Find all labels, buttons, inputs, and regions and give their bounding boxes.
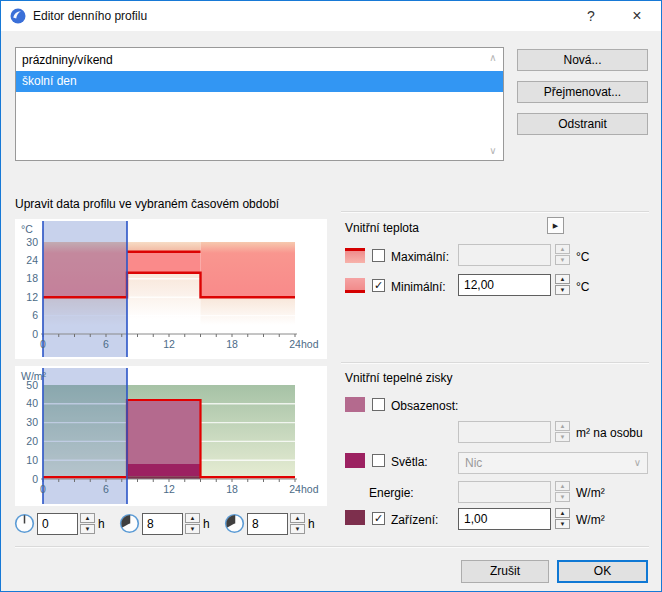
max-temperature-swatch xyxy=(345,248,365,263)
scroll-down-icon[interactable]: ∨ xyxy=(486,145,500,156)
svg-text:12: 12 xyxy=(26,291,38,303)
profile-listbox[interactable]: prázdniny/víkend školní den ∧ ∨ xyxy=(15,47,504,161)
time-start-unit: h xyxy=(98,517,105,531)
min-temperature-input[interactable] xyxy=(458,274,551,296)
divider xyxy=(341,211,649,213)
svg-text:10: 10 xyxy=(26,454,38,466)
spin-up-icon[interactable]: ▲ xyxy=(555,274,570,284)
clock-icon xyxy=(224,513,245,534)
footer-divider xyxy=(15,546,649,548)
heat-gains-profile-chart[interactable]: 06121824hod01020304050W/m² xyxy=(15,366,327,506)
svg-text:18: 18 xyxy=(26,272,38,284)
flyout-arrow-icon[interactable]: ▶ xyxy=(547,217,564,234)
close-icon[interactable]: × xyxy=(617,1,657,31)
temperature-title: Vnitřní teplota xyxy=(345,221,419,235)
time-start-input[interactable] xyxy=(37,513,78,535)
lights-checkbox[interactable] xyxy=(372,454,385,467)
svg-text:°C: °C xyxy=(21,223,33,235)
spin-up-icon[interactable]: ▲ xyxy=(555,508,570,518)
equipment-stepper[interactable]: ▲ ▼ xyxy=(555,508,570,530)
occupancy-label: Obsazenost: xyxy=(391,399,458,413)
max-temperature-checkbox[interactable] xyxy=(372,249,385,262)
app-logo-icon xyxy=(10,8,26,24)
temperature-profile-chart[interactable]: 06121824hod0612182430°C xyxy=(15,219,327,359)
rename-button[interactable]: Přejmenovat... xyxy=(517,81,648,103)
clock-icon xyxy=(119,513,140,534)
spin-up-icon[interactable]: ▲ xyxy=(555,481,570,491)
min-temperature-stepper[interactable]: ▲ ▼ xyxy=(555,274,570,296)
spin-down-icon[interactable]: ▼ xyxy=(185,524,200,534)
scroll-up-icon[interactable]: ∧ xyxy=(486,52,500,63)
spin-down-icon[interactable]: ▼ xyxy=(555,432,570,442)
svg-text:0: 0 xyxy=(32,328,38,340)
list-item-selected[interactable]: školní den xyxy=(16,71,503,92)
occupancy-checkbox[interactable] xyxy=(372,398,385,411)
titlebar[interactable]: Editor denního profilu ? × xyxy=(1,1,661,31)
time-duration-unit: h xyxy=(308,517,315,531)
min-temperature-label: Minimální: xyxy=(391,280,446,294)
help-icon[interactable]: ? xyxy=(571,1,611,31)
max-temperature-unit: °C xyxy=(576,250,589,264)
occupancy-swatch xyxy=(345,397,365,412)
spin-up-icon[interactable]: ▲ xyxy=(80,513,95,523)
section-label: Upravit data profilu ve vybraném časovém… xyxy=(15,197,279,211)
max-temperature-stepper[interactable]: ▲ ▼ xyxy=(555,244,570,266)
svg-text:30: 30 xyxy=(26,236,38,248)
time-start-stepper[interactable]: ▲ ▼ xyxy=(80,513,95,535)
svg-text:6: 6 xyxy=(103,338,109,350)
spin-up-icon[interactable]: ▲ xyxy=(555,421,570,431)
chevron-down-icon: ∨ xyxy=(634,453,641,473)
spin-up-icon[interactable]: ▲ xyxy=(185,513,200,523)
spin-down-icon[interactable]: ▼ xyxy=(80,524,95,534)
spin-down-icon[interactable]: ▼ xyxy=(555,285,570,295)
equipment-swatch xyxy=(345,510,365,525)
energy-stepper[interactable]: ▲ ▼ xyxy=(555,481,570,503)
spin-down-icon[interactable]: ▼ xyxy=(555,255,570,265)
max-temperature-label: Maximální: xyxy=(391,250,449,264)
svg-text:30: 30 xyxy=(26,416,38,428)
occupancy-input[interactable] xyxy=(458,421,551,443)
spin-down-icon[interactable]: ▼ xyxy=(290,524,305,534)
svg-text:hod: hod xyxy=(301,338,319,350)
ok-button[interactable]: OK xyxy=(557,560,648,583)
spin-down-icon[interactable]: ▼ xyxy=(555,492,570,502)
time-duration-stepper[interactable]: ▲ ▼ xyxy=(290,513,305,535)
time-duration-input[interactable] xyxy=(247,513,288,535)
energy-unit: W/m² xyxy=(576,486,605,500)
daily-profile-editor-dialog: Editor denního profilu ? × prázdniny/vík… xyxy=(0,0,662,592)
svg-text:24: 24 xyxy=(289,338,301,350)
svg-text:0: 0 xyxy=(40,483,46,495)
delete-button[interactable]: Odstranit xyxy=(517,113,648,135)
equipment-unit: W/m² xyxy=(576,513,605,527)
occupancy-stepper[interactable]: ▲ ▼ xyxy=(555,421,570,443)
svg-text:0: 0 xyxy=(32,473,38,485)
min-temperature-checkbox[interactable]: ✓ xyxy=(372,279,385,292)
svg-text:12: 12 xyxy=(163,483,175,495)
equipment-checkbox[interactable]: ✓ xyxy=(372,512,385,525)
svg-text:18: 18 xyxy=(226,338,238,350)
time-end-input[interactable] xyxy=(142,513,183,535)
svg-text:12: 12 xyxy=(163,338,175,350)
energy-input[interactable] xyxy=(458,481,551,503)
time-end-stepper[interactable]: ▲ ▼ xyxy=(185,513,200,535)
window-title: Editor denního profilu xyxy=(33,9,147,23)
svg-text:40: 40 xyxy=(26,397,38,409)
energy-label: Energie: xyxy=(369,486,414,500)
list-item[interactable]: prázdniny/víkend xyxy=(16,50,503,71)
svg-text:24: 24 xyxy=(289,483,301,495)
svg-text:W/m²: W/m² xyxy=(21,370,47,382)
equipment-input[interactable] xyxy=(458,508,551,530)
spin-up-icon[interactable]: ▲ xyxy=(555,244,570,254)
time-end-unit: h xyxy=(203,517,210,531)
min-temperature-unit: °C xyxy=(576,280,589,294)
max-temperature-input[interactable] xyxy=(458,244,551,266)
lights-label: Světla: xyxy=(391,455,428,469)
spin-up-icon[interactable]: ▲ xyxy=(290,513,305,523)
cancel-button[interactable]: Zrušit xyxy=(461,560,549,583)
spin-down-icon[interactable]: ▼ xyxy=(555,519,570,529)
lights-dropdown[interactable]: Nic ∨ xyxy=(458,452,648,474)
new-button[interactable]: Nová... xyxy=(517,49,648,71)
svg-text:hod: hod xyxy=(301,483,319,495)
gains-title: Vnitřní tepelné zisky xyxy=(345,371,452,385)
svg-text:0: 0 xyxy=(40,338,46,350)
